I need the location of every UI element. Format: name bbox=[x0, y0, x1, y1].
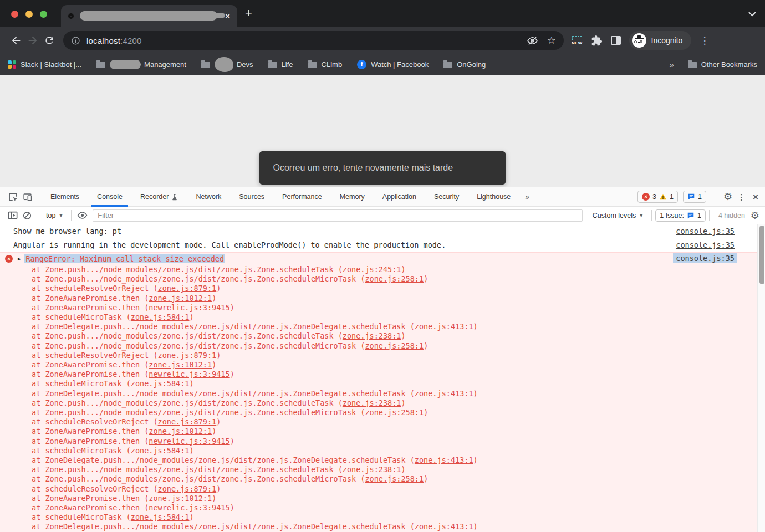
source-link[interactable]: zone.js:879:1 bbox=[158, 484, 217, 493]
source-link[interactable]: zone.js:413:1 bbox=[415, 522, 473, 531]
source-link[interactable]: zone.js:245:1 bbox=[343, 265, 401, 274]
tab-lighthouse[interactable]: Lighthouse bbox=[468, 187, 519, 207]
source-link[interactable]: zone.js:238:1 bbox=[343, 465, 401, 474]
stack-frame: at ZoneAwarePromise.then (zone.js:1012:1… bbox=[0, 360, 765, 370]
expand-triangle-icon[interactable]: ▶ bbox=[18, 256, 21, 262]
source-link[interactable]: zone.js:258:1 bbox=[365, 408, 424, 417]
browser-tab[interactable]: × bbox=[61, 5, 237, 27]
tab-memory[interactable]: Memory bbox=[331, 187, 374, 207]
tab-label: Console bbox=[97, 193, 123, 201]
source-link[interactable]: zone.js:1012:1 bbox=[149, 294, 212, 303]
bookmark-item[interactable]: Devs bbox=[201, 57, 253, 72]
console-filter-input[interactable] bbox=[93, 209, 582, 222]
source-link[interactable]: zone.js:258:1 bbox=[365, 474, 424, 483]
console-sidebar-toggle-icon[interactable] bbox=[6, 208, 20, 223]
source-link[interactable]: zone.js:258:1 bbox=[365, 274, 424, 283]
tab-console[interactable]: Console bbox=[88, 187, 131, 207]
bookmark-item[interactable]: CLimb bbox=[308, 60, 343, 69]
bookmark-item[interactable]: fWatch | Facebook bbox=[357, 60, 429, 69]
new-badge-label: NEW bbox=[572, 40, 583, 45]
issues-counter-button[interactable]: 1 Issue: 1 bbox=[655, 209, 706, 222]
source-link[interactable]: zone.js:1012:1 bbox=[149, 494, 212, 503]
source-link[interactable]: zone.js:584:1 bbox=[131, 513, 190, 521]
source-link[interactable]: newrelic.js:3:9415 bbox=[149, 437, 230, 446]
zoom-window-button[interactable] bbox=[40, 11, 47, 18]
source-link[interactable]: zone.js:879:1 bbox=[158, 351, 217, 360]
error-head-row[interactable]: × ▶ RangeError: Maximum call stack size … bbox=[0, 253, 765, 265]
new-tab-button[interactable]: + bbox=[245, 8, 252, 19]
tab-security[interactable]: Security bbox=[425, 187, 468, 207]
warning-count-icon bbox=[659, 193, 667, 200]
source-link[interactable]: zone.js:238:1 bbox=[343, 331, 401, 340]
source-link[interactable]: zone.js:258:1 bbox=[365, 341, 424, 350]
bookmarks-overflow-chevron[interactable]: » bbox=[670, 60, 674, 69]
source-link[interactable]: zone.js:1012:1 bbox=[149, 427, 212, 436]
url-port: :4200 bbox=[120, 36, 142, 45]
tab-elements[interactable]: Elements bbox=[42, 187, 88, 207]
close-window-button[interactable] bbox=[11, 11, 18, 18]
bookmark-item[interactable]: Slack | Slackbot |... bbox=[8, 60, 81, 69]
scrollbar-thumb[interactable] bbox=[759, 226, 764, 284]
source-link[interactable]: zone.js:413:1 bbox=[415, 456, 473, 464]
source-link[interactable]: console.js:35 bbox=[676, 227, 735, 236]
source-link[interactable]: zone.js:879:1 bbox=[158, 284, 217, 293]
more-tabs-chevron[interactable]: » bbox=[525, 192, 529, 201]
side-panel-icon[interactable] bbox=[611, 36, 621, 45]
tab-label: Memory bbox=[340, 193, 365, 201]
extensions-puzzle-icon[interactable] bbox=[591, 35, 603, 47]
tab-performance[interactable]: Performance bbox=[273, 187, 331, 207]
stack-frame: at ZoneAwarePromise.then (zone.js:1012:1… bbox=[0, 427, 765, 436]
live-expression-eye-icon[interactable] bbox=[75, 208, 89, 223]
source-link[interactable]: newrelic.js:3:9415 bbox=[149, 503, 230, 512]
reload-button[interactable] bbox=[41, 32, 58, 49]
forward-button[interactable] bbox=[24, 32, 41, 49]
javascript-context-dropdown[interactable]: top ▼ bbox=[46, 212, 63, 219]
clear-console-icon[interactable] bbox=[20, 208, 34, 223]
other-bookmarks-button[interactable]: Other Bookmarks bbox=[688, 60, 757, 69]
tab-search-chevron-icon[interactable] bbox=[748, 12, 756, 17]
site-info-icon[interactable] bbox=[71, 36, 80, 45]
back-button[interactable] bbox=[8, 32, 24, 49]
stack-frame: at Zone.push.../node_modules/zone.js/dis… bbox=[0, 331, 765, 341]
bookmark-item[interactable]: Life bbox=[268, 60, 293, 69]
browser-menu-icon[interactable]: ⋮ bbox=[700, 36, 709, 45]
source-link[interactable]: zone.js:1012:1 bbox=[149, 360, 212, 369]
address-bar[interactable]: localhost:4200 ☆ bbox=[63, 31, 564, 50]
source-link[interactable]: zone.js:879:1 bbox=[158, 417, 217, 426]
tab-network[interactable]: Network bbox=[187, 187, 230, 207]
source-link[interactable]: zone.js:584:1 bbox=[131, 379, 190, 388]
source-link[interactable]: newrelic.js:3:9415 bbox=[149, 370, 230, 378]
source-link[interactable]: zone.js:413:1 bbox=[415, 389, 473, 398]
source-link[interactable]: zone.js:584:1 bbox=[131, 446, 190, 455]
devtools-close-icon[interactable]: × bbox=[753, 192, 758, 202]
stack-frame: at Zone.push.../node_modules/zone.js/dis… bbox=[0, 398, 765, 408]
tab-close-icon[interactable]: × bbox=[225, 12, 230, 20]
page-content: Ocorreu um erro, tente novamente mais ta… bbox=[0, 75, 765, 187]
bookmark-star-icon[interactable]: ☆ bbox=[547, 35, 556, 45]
tab-sources[interactable]: Sources bbox=[230, 187, 273, 207]
tab-application[interactable]: Application bbox=[374, 187, 425, 207]
tab-recorder[interactable]: Recorder bbox=[131, 187, 187, 207]
console-errors-warnings-badge[interactable]: × 3 1 bbox=[638, 191, 678, 203]
devtools-menu-icon[interactable]: ⋮ bbox=[737, 193, 746, 201]
device-toolbar-icon[interactable] bbox=[20, 190, 34, 204]
devtools-settings-gear-icon[interactable]: ⚙ bbox=[723, 192, 732, 202]
console-scrollbar[interactable] bbox=[757, 224, 765, 532]
source-link[interactable]: console.js:35 bbox=[673, 253, 737, 263]
folder-icon bbox=[201, 62, 210, 68]
source-link[interactable]: zone.js:238:1 bbox=[343, 398, 401, 407]
inspect-element-icon[interactable] bbox=[6, 190, 20, 204]
source-link[interactable]: zone.js:413:1 bbox=[415, 322, 473, 331]
minimize-window-button[interactable] bbox=[26, 11, 33, 18]
new-feature-badge-icon[interactable]: NEW bbox=[572, 36, 583, 45]
issues-badge[interactable]: 1 bbox=[683, 191, 706, 203]
password-hidden-icon[interactable] bbox=[527, 35, 538, 47]
source-link[interactable]: zone.js:584:1 bbox=[131, 313, 190, 321]
console-settings-gear-icon[interactable]: ⚙ bbox=[751, 211, 759, 221]
hidden-messages-label: 4 hidden bbox=[718, 212, 745, 219]
log-levels-dropdown[interactable]: Custom levels ▼ bbox=[593, 212, 644, 219]
bookmark-item[interactable]: Management bbox=[96, 60, 186, 69]
bookmark-item[interactable]: OnGoing bbox=[443, 60, 486, 69]
source-link[interactable]: console.js:35 bbox=[676, 241, 735, 249]
source-link[interactable]: newrelic.js:3:9415 bbox=[149, 303, 230, 312]
